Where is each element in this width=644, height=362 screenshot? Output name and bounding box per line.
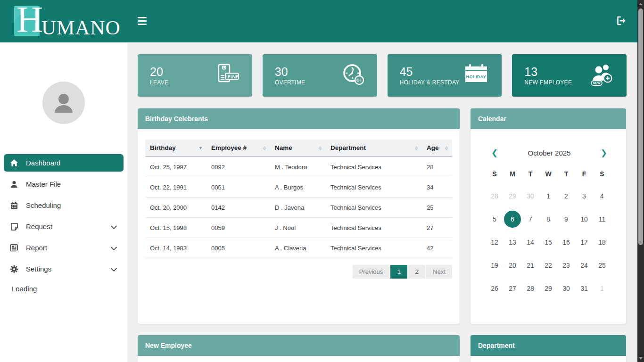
- calendar-day[interactable]: 29: [539, 277, 557, 300]
- stat-label: LEAVE: [150, 79, 168, 86]
- calendar-day[interactable]: 24: [575, 254, 593, 277]
- table-cell: 0059: [206, 224, 270, 231]
- column-header-employee-number[interactable]: Employee # ◆: [206, 140, 270, 156]
- brand-logo[interactable]: H UMANO: [14, 6, 120, 36]
- calendar-day[interactable]: 4: [593, 184, 611, 207]
- calendar-day[interactable]: 1: [593, 277, 611, 300]
- pagination-page-1-button[interactable]: 1: [390, 265, 407, 279]
- calendar-day[interactable]: 13: [504, 230, 521, 254]
- calendar-day[interactable]: 10: [575, 207, 593, 230]
- sidebar: Dashboard Master File Scheduling: [0, 42, 127, 362]
- column-header-department[interactable]: Department ◆: [326, 140, 422, 156]
- calendar-day[interactable]: 23: [557, 254, 575, 277]
- pagination-next-button[interactable]: Next: [426, 265, 452, 279]
- stat-value: 20: [150, 65, 168, 79]
- calendar-day-selected[interactable]: 6: [504, 207, 521, 230]
- sidebar-item-report[interactable]: Report: [0, 237, 127, 258]
- table-cell: 0142: [206, 204, 270, 211]
- calendar-day[interactable]: 21: [521, 254, 539, 277]
- pagination: Previous 1 2 Next: [138, 265, 452, 279]
- calendar-day[interactable]: 5: [486, 207, 504, 230]
- stat-value: 13: [524, 65, 572, 79]
- logout-icon[interactable]: [616, 16, 627, 26]
- calendar-day[interactable]: 7: [521, 207, 539, 230]
- calendar-next-month-icon[interactable]: ❯: [601, 149, 607, 157]
- column-header-birthday[interactable]: Birthday ▼: [145, 140, 206, 156]
- calendar-day[interactable]: 30: [521, 184, 539, 207]
- calendar-day[interactable]: 11: [593, 207, 611, 230]
- stat-card-leave: 20 LEAVE LEAVE: [138, 54, 252, 97]
- birthday-table-body: Oct. 25, 19970092M . TeodoroTechnical Se…: [145, 157, 452, 258]
- calendar-day[interactable]: 9: [557, 207, 575, 230]
- calendar-day[interactable]: 3: [575, 184, 593, 207]
- calendar-day[interactable]: 29: [504, 184, 521, 207]
- pagination-previous-button[interactable]: Previous: [353, 265, 390, 279]
- scrollbar-up-arrow[interactable]: [637, 0, 644, 8]
- calendar-day[interactable]: 30: [557, 277, 575, 300]
- sidebar-item-settings[interactable]: Settings: [0, 258, 127, 280]
- table-cell: D . Javena: [270, 204, 326, 211]
- table-cell: J . Nool: [270, 224, 326, 231]
- person-icon: [9, 180, 19, 189]
- calendar-day[interactable]: 18: [593, 230, 611, 254]
- calendar-day[interactable]: 20: [504, 254, 521, 277]
- calendar-day[interactable]: 31: [575, 277, 593, 300]
- table-cell: 27: [422, 224, 452, 231]
- sidebar-item-scheduling[interactable]: Scheduling: [0, 195, 127, 216]
- sidebar-item-master-file[interactable]: Master File: [0, 173, 127, 195]
- table-row: Oct. 25, 19970092M . TeodoroTechnical Se…: [145, 157, 452, 177]
- table-cell: M . Teodoro: [270, 164, 326, 171]
- calendar-day[interactable]: 17: [575, 230, 593, 254]
- overtime-clock-icon: OT: [340, 63, 365, 88]
- sidebar-nav: Dashboard Master File Scheduling: [0, 152, 127, 280]
- column-header-age[interactable]: Age ◆: [422, 140, 452, 156]
- calendar-weekdays: S M T W T F S: [486, 170, 611, 178]
- calendar-day[interactable]: 16: [557, 230, 575, 254]
- calendar-day[interactable]: 22: [539, 254, 557, 277]
- table-cell: Oct. 20, 2000: [145, 204, 206, 211]
- stat-label: OVERTIME: [275, 79, 305, 86]
- main-content: 20 LEAVE LEAVE 30 OVERTIME: [127, 42, 644, 362]
- calendar-day[interactable]: 19: [486, 254, 504, 277]
- scrollbar-thumb[interactable]: [638, 8, 643, 245]
- column-header-name[interactable]: Name ◆: [270, 140, 326, 156]
- chevron-down-icon: [111, 244, 117, 252]
- calendar-day[interactable]: 14: [521, 230, 539, 254]
- hamburger-menu-icon[interactable]: [138, 17, 147, 27]
- calendar-month-nav: ❮ October 2025 ❯: [491, 149, 607, 157]
- calendar-day[interactable]: 26: [486, 277, 504, 300]
- leave-id-card-icon: LEAVE: [215, 63, 240, 88]
- table-row: Oct. 15, 19980059J . NoolTechnical Servi…: [145, 218, 452, 238]
- loading-text: Loading: [12, 285, 37, 293]
- calendar-day[interactable]: 12: [486, 230, 504, 254]
- stat-value: 45: [400, 65, 460, 79]
- table-row: Oct. 20, 20000142D . JavenaTechnical Ser…: [145, 197, 452, 218]
- sidebar-item-label: Scheduling: [26, 201, 61, 209]
- sidebar-item-request[interactable]: Request: [0, 216, 127, 237]
- calendar-day[interactable]: 28: [521, 277, 539, 300]
- sidebar-item-label: Master File: [26, 180, 61, 188]
- scrollbar[interactable]: [637, 0, 644, 362]
- panel-title: Calendar: [471, 108, 626, 129]
- calendar-day[interactable]: 8: [539, 207, 557, 230]
- sidebar-item-dashboard[interactable]: Dashboard: [4, 154, 124, 172]
- sort-icon: ◆: [445, 145, 448, 151]
- calendar-day[interactable]: 15: [539, 230, 557, 254]
- calendar-day[interactable]: 28: [486, 184, 504, 207]
- calendar-day[interactable]: 25: [593, 254, 611, 277]
- calendar-day[interactable]: 27: [504, 277, 521, 300]
- calendar-icon: [9, 201, 19, 210]
- calendar-day[interactable]: 2: [557, 184, 575, 207]
- sort-desc-icon: ▼: [198, 146, 203, 150]
- calendar-day[interactable]: 1: [539, 184, 557, 207]
- sidebar-item-label: Report: [26, 244, 47, 252]
- svg-text:HOLIDAY: HOLIDAY: [466, 74, 486, 79]
- sort-icon: ◆: [318, 145, 322, 151]
- calendar-prev-month-icon[interactable]: ❮: [491, 149, 498, 157]
- table-cell: A . Claveria: [270, 245, 326, 252]
- chevron-down-icon: [111, 265, 117, 273]
- pagination-page-2-button[interactable]: 2: [408, 265, 425, 279]
- table-cell: 42: [422, 245, 452, 252]
- table-cell: 28: [422, 164, 452, 171]
- scrollbar-down-arrow[interactable]: [637, 354, 644, 362]
